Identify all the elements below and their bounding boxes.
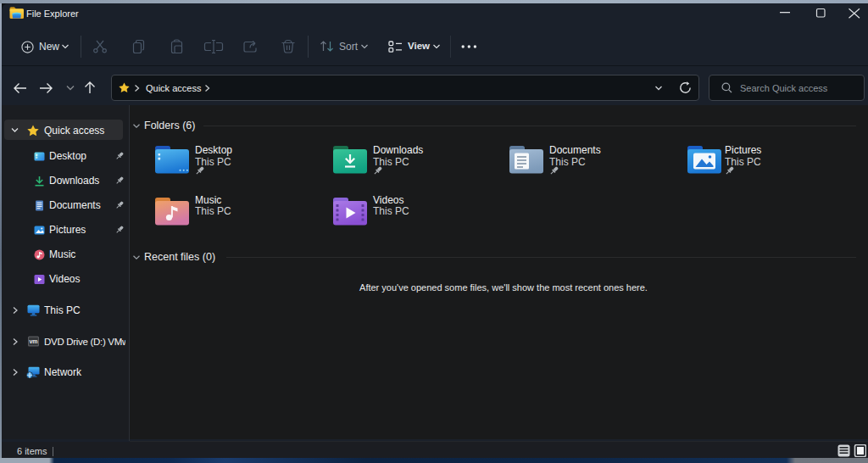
svg-text:vm: vm	[29, 338, 37, 344]
